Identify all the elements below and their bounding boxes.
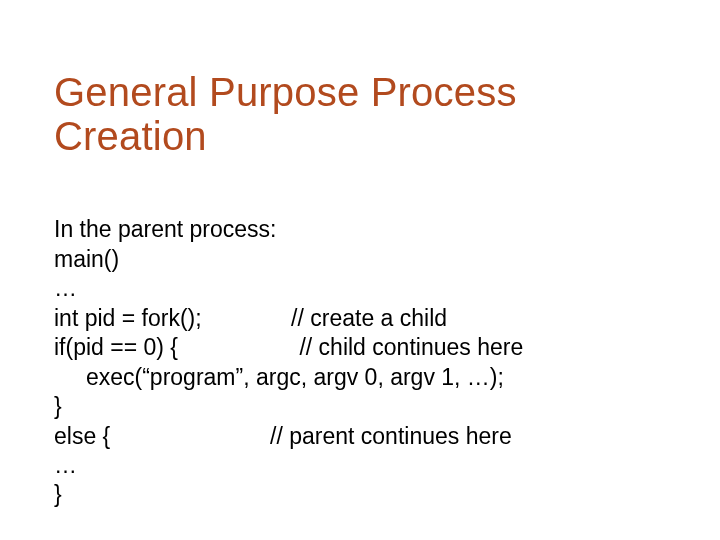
code-line: main(): [54, 246, 119, 272]
slide-body: In the parent process: main() … int pid …: [54, 186, 670, 539]
code-line: }: [54, 481, 62, 507]
slide: General Purpose Process Creation In the …: [0, 0, 720, 540]
code-line: …: [54, 452, 77, 478]
slide-title: General Purpose Process Creation: [54, 70, 670, 158]
code-line: else { // parent continues here: [54, 423, 512, 449]
code-line: …: [54, 275, 77, 301]
code-line: }: [54, 393, 62, 419]
code-line: int pid = fork(); // create a child: [54, 305, 447, 331]
code-line: In the parent process:: [54, 216, 276, 242]
code-line: if(pid == 0) { // child continues here: [54, 334, 523, 360]
code-line: exec(“program”, argc, argv 0, argv 1, …)…: [54, 364, 504, 390]
